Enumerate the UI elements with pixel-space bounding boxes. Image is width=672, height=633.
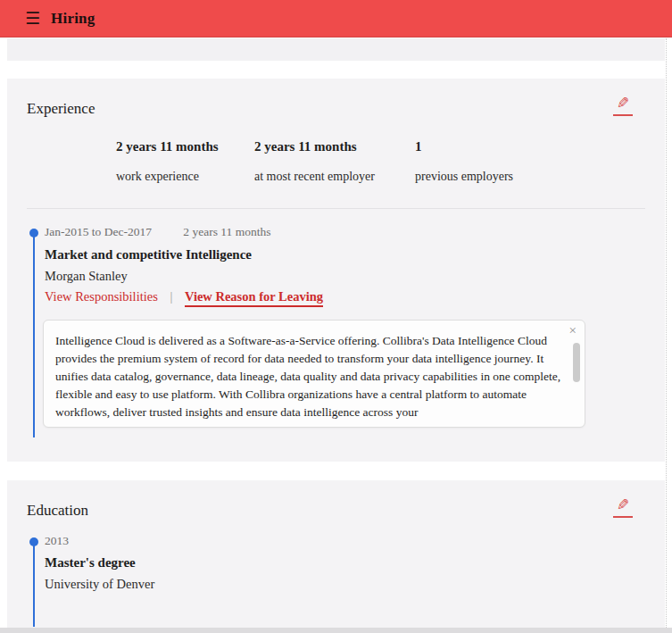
stat-label: previous employers (415, 170, 638, 184)
education-title: Education (27, 502, 88, 520)
timeline-line (33, 545, 35, 627)
duration: 2 years 11 months (183, 225, 270, 238)
experience-dates: Jan-2015 to Dec-2017 2 years 11 months (45, 225, 270, 239)
education-year: 2013 (45, 534, 69, 548)
stat-value: 2 years 11 months (116, 139, 254, 154)
link-separator: | (170, 289, 172, 304)
edit-education-button[interactable]: ✎ (613, 496, 633, 518)
stat-previous-employers: 1 previous employers (415, 139, 638, 184)
education-school: University of Denver (45, 577, 154, 592)
stat-label: work experience (116, 170, 254, 184)
experience-section: Experience ✎ 2 years 11 months work expe… (7, 79, 665, 462)
bottom-edge-strip (0, 628, 672, 633)
edit-experience-button[interactable]: ✎ (613, 95, 633, 116)
scrollbar-thumb[interactable] (573, 343, 580, 382)
experience-title: Experience (27, 100, 95, 118)
timeline-line (33, 236, 35, 437)
app-header: ☰ Hiring (0, 0, 672, 37)
view-reason-for-leaving-link[interactable]: View Reason for Leaving (185, 289, 323, 307)
education-section: Education ✎ 2013 Master's degree Univers… (7, 480, 665, 628)
reason-for-leaving-text: Intelligence Cloud is delivered as a Sof… (55, 332, 561, 420)
close-icon[interactable]: × (569, 322, 577, 338)
stat-label: at most recent employer (254, 170, 415, 184)
job-title: Market and competitive Intelligence (45, 247, 252, 262)
hamburger-icon[interactable]: ☰ (25, 10, 40, 27)
experience-links: View Responsibilities | View Reason for … (45, 289, 323, 304)
reason-for-leaving-popup: × Intelligence Cloud is delivered as a S… (43, 320, 585, 428)
employer-name: Morgan Stanley (45, 269, 128, 284)
experience-stats: 2 years 11 months work experience 2 year… (116, 139, 638, 184)
stat-value: 2 years 11 months (254, 139, 415, 154)
popup-scrollbar[interactable] (573, 343, 580, 418)
stat-recent-employer: 2 years 11 months at most recent employe… (254, 139, 415, 184)
scrolled-content-remnant (7, 38, 665, 61)
education-degree: Master's degree (45, 555, 136, 571)
stat-work-experience: 2 years 11 months work experience (116, 139, 254, 184)
stat-value: 1 (415, 139, 638, 154)
date-range: Jan-2015 to Dec-2017 (45, 225, 152, 238)
right-dotted-border (666, 38, 667, 633)
pencil-icon: ✎ (617, 496, 629, 514)
divider (27, 208, 645, 209)
pencil-icon: ✎ (617, 95, 629, 112)
view-responsibilities-link[interactable]: View Responsibilities (45, 289, 158, 304)
app-title: Hiring (51, 10, 95, 28)
